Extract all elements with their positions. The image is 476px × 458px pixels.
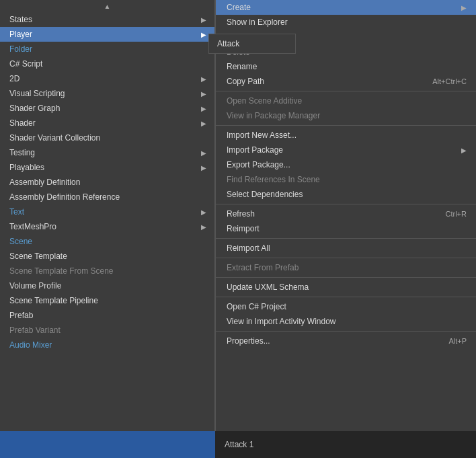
left-menu-item-shader-variant[interactable]: Shader Variant Collection bbox=[0, 130, 214, 145]
left-menu-label-states: States bbox=[9, 15, 32, 24]
left-menu-item-scene-template-from-scene: Scene Template From Scene bbox=[0, 264, 214, 278]
left-menu-item-volume-profile[interactable]: Volume Profile bbox=[0, 278, 214, 293]
right-menu-item-reimport[interactable]: Reimport bbox=[216, 221, 476, 236]
left-menu-label-assembly-def-ref: Assembly Definition Reference bbox=[9, 192, 120, 202]
right-menu-label-import-new-asset: Import New Asset... bbox=[227, 130, 296, 140]
left-menu-item-states[interactable]: States▶ bbox=[0, 12, 214, 27]
left-menu-item-scene-template[interactable]: Scene Template bbox=[0, 249, 214, 264]
right-menu-item-open-csharp[interactable]: Open C# Project bbox=[216, 299, 476, 314]
arrow-icon-player: ▶ bbox=[201, 31, 206, 38]
left-menu-label-textmeshpro: TextMeshPro bbox=[9, 222, 56, 231]
scroll-top-button[interactable]: ▲ bbox=[0, 0, 214, 12]
left-menu-item-player[interactable]: Player▶ bbox=[0, 27, 214, 42]
right-separator-18 bbox=[216, 238, 476, 239]
right-menu-label-open-scene-additive: Open Scene Additive bbox=[227, 96, 302, 106]
right-separator-22 bbox=[216, 277, 476, 278]
shortcut-copy-path: Alt+Ctrl+C bbox=[432, 77, 467, 85]
right-menu-label-copy-path: Copy Path bbox=[227, 77, 264, 86]
right-menu-label-view-package-manager: View in Package Manager bbox=[227, 111, 320, 120]
right-menu-item-import-package[interactable]: Import Package▶ bbox=[216, 143, 476, 157]
scroll-up-icon: ▲ bbox=[104, 3, 111, 10]
right-menu-label-import-package: Import Package bbox=[227, 145, 283, 155]
right-menu-item-refresh[interactable]: RefreshCtrl+R bbox=[216, 206, 476, 221]
arrow-icon-playables: ▶ bbox=[201, 164, 206, 171]
right-menu-label-update-uxml: Update UXML Schema bbox=[227, 282, 309, 292]
right-menu-label-extract-prefab: Extract From Prefab bbox=[227, 263, 299, 272]
right-menu-label-view-import-activity: View in Import Activity Window bbox=[227, 317, 336, 326]
arrow-icon-right-create: ▶ bbox=[461, 4, 467, 11]
attack-submenu: Attack bbox=[208, 34, 296, 54]
right-menu-item-reimport-all[interactable]: Reimport All bbox=[216, 241, 476, 256]
arrow-icon-textmeshpro: ▶ bbox=[201, 223, 206, 231]
right-menu-label-create: Create bbox=[227, 3, 251, 12]
right-menu-item-rename[interactable]: Rename bbox=[216, 59, 476, 74]
right-menu-item-extract-prefab: Extract From Prefab bbox=[216, 260, 476, 275]
left-menu: ▲ States▶Player▶FolderC# Script2D▶Visual… bbox=[0, 0, 215, 458]
left-menu-label-assembly-def: Assembly Definition bbox=[9, 178, 80, 187]
right-menu-item-update-uxml[interactable]: Update UXML Schema bbox=[216, 280, 476, 295]
left-menu-item-playables[interactable]: Playables▶ bbox=[0, 160, 214, 175]
arrow-icon-states: ▶ bbox=[201, 16, 206, 24]
left-menu-label-scene-template-pipeline: Scene Template Pipeline bbox=[9, 296, 98, 305]
left-menu-item-prefab-variant: Prefab Variant bbox=[0, 323, 214, 338]
right-menu-item-create[interactable]: Create▶ bbox=[216, 0, 476, 15]
right-menu-item-show-explorer[interactable]: Show in Explorer bbox=[216, 15, 476, 30]
left-menu-item-testing[interactable]: Testing▶ bbox=[0, 145, 214, 160]
right-menu-label-find-references: Find References In Scene bbox=[227, 175, 320, 184]
bottom-bar-text: Attack 1 bbox=[225, 440, 253, 449]
left-menu-item-assembly-def[interactable]: Assembly Definition bbox=[0, 175, 214, 190]
left-menu-item-assembly-def-ref[interactable]: Assembly Definition Reference bbox=[0, 190, 214, 204]
left-menu-label-player: Player bbox=[9, 30, 32, 39]
left-menu-label-volume-profile: Volume Profile bbox=[9, 281, 61, 291]
bottom-bar: Attack 1 bbox=[0, 431, 476, 458]
right-menu-label-refresh: Refresh bbox=[227, 209, 255, 219]
right-menu-item-view-import-activity[interactable]: View in Import Activity Window bbox=[216, 314, 476, 329]
arrow-icon-right-import-package: ▶ bbox=[461, 147, 467, 154]
right-menu-item-open-scene-additive: Open Scene Additive bbox=[216, 93, 476, 108]
right-menu-item-find-references: Find References In Scene bbox=[216, 172, 476, 187]
arrow-icon-2d: ▶ bbox=[201, 75, 206, 83]
left-menu-label-visual-scripting: Visual Scripting bbox=[9, 89, 65, 98]
left-menu-item-csharp-script[interactable]: C# Script bbox=[0, 56, 214, 71]
right-separator-9 bbox=[216, 125, 476, 126]
left-menu-label-audio-mixer: Audio Mixer bbox=[9, 340, 52, 350]
right-menu-item-properties[interactable]: Properties...Alt+P bbox=[216, 334, 476, 348]
left-menu-item-shader-graph[interactable]: Shader Graph▶ bbox=[0, 101, 214, 116]
right-menu-item-import-new-asset[interactable]: Import New Asset... bbox=[216, 128, 476, 143]
right-menu-item-view-package-manager: View in Package Manager bbox=[216, 108, 476, 123]
left-menu-item-scene-template-pipeline[interactable]: Scene Template Pipeline bbox=[0, 293, 214, 308]
left-menu-item-2d[interactable]: 2D▶ bbox=[0, 71, 214, 86]
left-menu-label-scene-template: Scene Template bbox=[9, 252, 67, 261]
left-menu-label-scene-template-from-scene: Scene Template From Scene bbox=[9, 266, 114, 276]
left-menu-item-visual-scripting[interactable]: Visual Scripting▶ bbox=[0, 86, 214, 101]
right-separator-24 bbox=[216, 297, 476, 297]
right-menu-item-copy-path[interactable]: Copy PathAlt+Ctrl+C bbox=[216, 74, 476, 89]
right-menu-label-reimport-all: Reimport All bbox=[227, 243, 270, 253]
left-menu-item-folder[interactable]: Folder bbox=[0, 42, 214, 56]
left-menu-item-scene[interactable]: Scene bbox=[0, 234, 214, 249]
left-menu-item-text[interactable]: Text▶ bbox=[0, 204, 214, 219]
left-menu-label-prefab-variant: Prefab Variant bbox=[9, 326, 61, 335]
arrow-icon-testing: ▶ bbox=[201, 149, 206, 157]
left-menu-label-text: Text bbox=[9, 207, 24, 217]
left-menu-item-audio-mixer[interactable]: Audio Mixer bbox=[0, 338, 214, 352]
left-menu-item-prefab[interactable]: Prefab bbox=[0, 308, 214, 323]
arrow-icon-shader: ▶ bbox=[201, 120, 206, 127]
left-menu-item-shader[interactable]: Shader▶ bbox=[0, 116, 214, 130]
bottom-bar-dark-section: Attack 1 bbox=[215, 431, 476, 458]
attack-item[interactable]: Attack bbox=[209, 36, 295, 51]
right-menu-label-properties: Properties... bbox=[227, 336, 270, 346]
left-menu-label-csharp-script: C# Script bbox=[9, 59, 42, 69]
right-menu-item-select-dependencies[interactable]: Select Dependencies bbox=[216, 187, 476, 202]
arrow-icon-visual-scripting: ▶ bbox=[201, 90, 206, 98]
left-menu-label-shader-graph: Shader Graph bbox=[9, 104, 60, 113]
left-menu-item-textmeshpro[interactable]: TextMeshPro▶ bbox=[0, 219, 214, 234]
right-separator-6 bbox=[216, 91, 476, 91]
right-menu-label-export-package: Export Package... bbox=[227, 160, 290, 169]
right-menu-label-show-explorer: Show in Explorer bbox=[227, 17, 288, 27]
attack-label: Attack bbox=[217, 39, 239, 48]
right-separator-15 bbox=[216, 204, 476, 204]
right-menu-item-export-package[interactable]: Export Package... bbox=[216, 157, 476, 172]
right-menu-label-reimport: Reimport bbox=[227, 224, 260, 233]
left-menu-label-folder: Folder bbox=[9, 44, 32, 54]
